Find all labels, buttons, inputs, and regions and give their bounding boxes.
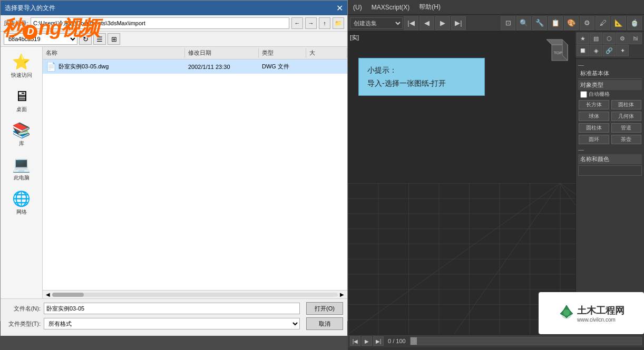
dialog-close-button[interactable]: ✕ <box>336 3 343 13</box>
tooltip-box: 小提示： 导入-选择一张图纸-打开 <box>358 58 485 96</box>
logo-icon <box>558 303 575 323</box>
hscroll-right[interactable]: ▶ <box>338 292 346 297</box>
menu-u[interactable]: (U) <box>351 3 364 12</box>
btn-box[interactable]: 长方体 <box>579 100 609 109</box>
create-select[interactable]: 创建选集 <box>350 17 403 29</box>
sidebar-item-quickaccess[interactable]: ⭐ 快速访问 <box>3 51 40 81</box>
name-color-label: 名称和颜色 <box>580 155 609 163</box>
dialog-bottom: 文件名(N): 打开(O) 文件类型(T): 所有格式 取消 <box>1 298 347 336</box>
file-date-cell: 2002/1/11 23:30 <box>185 63 259 71</box>
object-buttons: 长方体 圆柱体 球体 几何体 圆柱体 管道 圆环 茶壶 <box>578 99 642 145</box>
table-row[interactable]: 📄 卧室实例03-05.dwg 2002/1/11 23:30 DWG 文件 <box>43 59 347 74</box>
toolbar-icon-9[interactable]: 🍵 <box>627 16 642 30</box>
btn-geosphere[interactable]: 几何体 <box>611 112 642 121</box>
toolbar-icon-2[interactable]: 🔍 <box>516 16 531 30</box>
btn-sphere[interactable]: 球体 <box>579 112 609 121</box>
hscroll-thumb[interactable] <box>52 293 84 297</box>
filename-input[interactable] <box>44 303 300 314</box>
right-icon-7[interactable]: 🔗 <box>603 45 616 56</box>
toolbar-icon-5[interactable]: 🎨 <box>564 16 579 30</box>
path-input[interactable] <box>31 17 289 29</box>
menu-maxscript[interactable]: MAXScript(X) <box>369 3 412 12</box>
file-type-cell: DWG 文件 <box>259 62 306 71</box>
tooltip-line2: 导入-选择一张图纸-打开 <box>367 77 476 90</box>
sidebar-item-computer[interactable]: 💻 此电脑 <box>3 154 40 184</box>
dialog-titlebar: 选择要导入的文件 ✕ <box>1 1 347 15</box>
logo-url: www.civilcn.com <box>577 317 625 323</box>
horizontal-scrollbar[interactable]: ◀ ▶ <box>43 290 347 298</box>
filename-label: 文件名(N): <box>5 305 41 313</box>
sidebar-item-network[interactable]: 🌐 网络 <box>3 188 40 218</box>
right-icon-1[interactable]: ★ <box>577 33 589 44</box>
nav-back-btn[interactable]: ← <box>291 17 303 29</box>
desktop-label: 桌面 <box>16 106 27 113</box>
auto-grid-checkbox[interactable] <box>580 91 587 98</box>
file-name: 卧室实例03-05.dwg <box>58 63 109 71</box>
right-icon-6[interactable]: ◈ <box>590 45 602 56</box>
timeline-slider[interactable] <box>410 337 642 345</box>
logo-company: 土木工程网 <box>577 304 625 317</box>
right-icon-8[interactable]: ✦ <box>616 45 629 56</box>
svg-text:TOP: TOP <box>554 51 562 55</box>
quickaccess-label: 快速访问 <box>11 72 32 79</box>
view-btn2[interactable]: ⊞ <box>108 33 120 45</box>
dialog-body: ⭐ 快速访问 🖥 桌面 📚 库 💻 此电脑 🌐 网络 <box>1 47 347 298</box>
name-color-input[interactable] <box>578 165 642 176</box>
tooltip-line1: 小提示： <box>367 64 476 77</box>
nav-forward-btn[interactable]: → <box>305 17 317 29</box>
btn-teapot[interactable]: 茶壶 <box>611 135 642 144</box>
toolbar-btn-4[interactable]: ▶| <box>451 16 466 30</box>
col-name[interactable]: 名称 <box>43 48 185 58</box>
refresh-btn[interactable]: ↻ <box>79 33 92 45</box>
right-icon-3[interactable]: ⬡ <box>603 33 616 44</box>
toolbar-icon-1[interactable]: ⊡ <box>501 16 515 30</box>
nav-cube[interactable]: TOP <box>544 37 573 66</box>
btn-cylinder-geo[interactable]: 圆柱体 <box>611 100 642 109</box>
right-icon-4[interactable]: ⚙ <box>616 33 629 44</box>
right-icon-2[interactable]: ▤ <box>590 33 602 44</box>
toolbar-icon-7[interactable]: 🖊 <box>596 16 610 30</box>
right-icon-hi[interactable]: hi <box>629 33 642 44</box>
toolbar-btn-2[interactable]: ◀ <box>419 16 434 30</box>
col-size[interactable]: 大 <box>306 48 347 58</box>
max-toolbar: 创建选集 |◀ ◀ ▶ ▶| ⊡ 🔍 🔧 📋 🎨 ⚙ 🖊 📐 🍵 <box>348 15 644 32</box>
btn-col: 打开(O) <box>306 302 343 315</box>
play-prev[interactable]: |◀ <box>350 336 360 346</box>
btn-col-cancel: 取消 <box>306 317 343 330</box>
view-btn1[interactable]: ☰ <box>93 33 106 45</box>
network-icon: 🌐 <box>12 190 31 207</box>
toolbar-icon-4[interactable]: 📋 <box>548 16 563 30</box>
file-name-cell: 📄 卧室实例03-05.dwg <box>43 61 185 72</box>
new-folder-btn[interactable]: 📁 <box>333 17 344 29</box>
col-date[interactable]: 修改日期 <box>185 48 259 58</box>
watermark-logo: 土木工程网 www.civilcn.com <box>539 292 644 334</box>
btn-tube[interactable]: 管道 <box>611 123 642 133</box>
toolbar-icon-6[interactable]: ⚙ <box>580 16 594 30</box>
play-next[interactable]: ▶| <box>373 336 384 346</box>
folder-nav-combo[interactable]: b8a4bca519 <box>4 33 77 45</box>
toolbar-icon-3[interactable]: 🔧 <box>532 16 547 30</box>
toolbar-icon-8[interactable]: 📐 <box>611 16 626 30</box>
object-type-header: 对象类型 <box>578 80 642 90</box>
play-btn[interactable]: ▶ <box>362 336 372 346</box>
menu-help[interactable]: 帮助(H) <box>417 2 443 13</box>
open-button[interactable]: 打开(O) <box>306 302 343 315</box>
btn-torus[interactable]: 圆环 <box>579 135 609 144</box>
cancel-button[interactable]: 取消 <box>306 317 343 330</box>
library-label: 库 <box>19 140 24 147</box>
nav-up-btn[interactable]: ↑ <box>319 17 330 29</box>
name-color-header: 名称和颜色 <box>578 154 642 164</box>
btn-cylinder[interactable]: 圆柱体 <box>579 123 609 133</box>
auto-grid-label: 自动栅格 <box>589 91 610 98</box>
auto-grid-row: 自动栅格 <box>578 90 642 98</box>
filetype-select[interactable]: 所有格式 <box>44 318 300 329</box>
toolbar-btn-3[interactable]: ▶ <box>435 16 450 30</box>
sidebar-item-library[interactable]: 📚 库 <box>3 119 40 149</box>
dialog-title: 选择要导入的文件 <box>5 4 55 13</box>
toolbar-btn-1[interactable]: |◀ <box>404 16 418 30</box>
sidebar-item-desktop[interactable]: 🖥 桌面 <box>3 85 40 115</box>
desktop-icon: 🖥 <box>14 87 29 105</box>
col-type[interactable]: 类型 <box>259 48 306 58</box>
hscroll-left[interactable]: ◀ <box>44 292 52 297</box>
right-icon-5[interactable]: 🔲 <box>577 45 589 56</box>
